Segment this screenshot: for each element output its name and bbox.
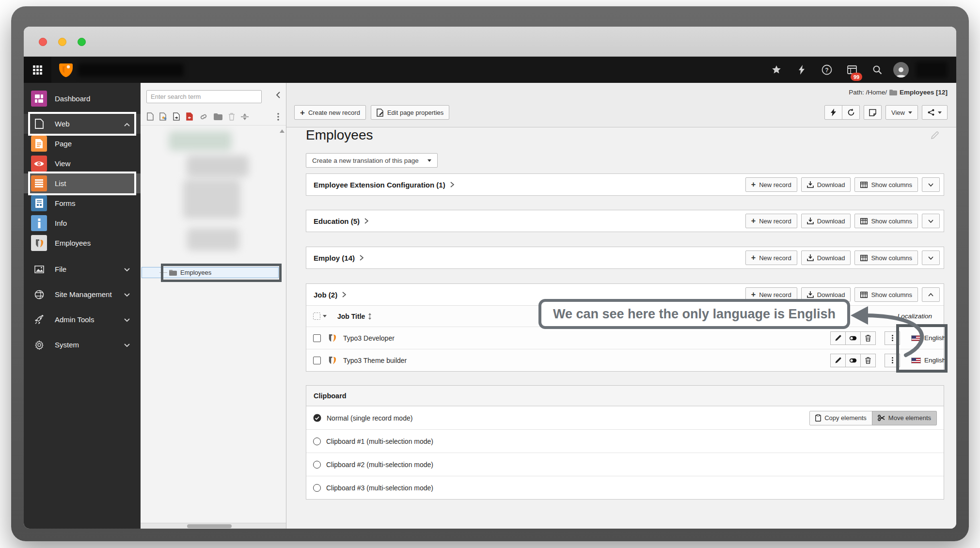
edit-document-icon — [377, 109, 384, 117]
sidebar-item-label: Info — [55, 219, 67, 227]
section-title[interactable]: Education (5) — [314, 217, 360, 225]
row-more-actions-button[interactable] — [885, 354, 900, 367]
row-checkbox[interactable] — [313, 357, 321, 364]
new-record-button[interactable]: +New record — [745, 214, 797, 228]
sort-icon[interactable] — [368, 313, 372, 320]
save-doc-button[interactable] — [864, 105, 882, 120]
create-new-record-button[interactable]: + Create new record — [294, 105, 366, 120]
radio-checked-icon[interactable] — [313, 414, 321, 422]
minimize-window-button[interactable] — [58, 38, 66, 46]
close-window-button[interactable] — [39, 38, 47, 46]
new-record-button[interactable]: +New record — [745, 177, 797, 192]
collapse-tree-icon[interactable] — [276, 92, 280, 100]
trash-icon[interactable] — [228, 113, 235, 121]
tree-node-employees[interactable]: Employees — [142, 267, 279, 278]
show-columns-button[interactable]: Show columns — [854, 287, 918, 302]
expand-section-button[interactable] — [922, 287, 940, 302]
clear-cache-button[interactable] — [792, 60, 811, 79]
kebab-menu-icon[interactable] — [277, 113, 279, 121]
horizontal-scrollbar[interactable] — [141, 523, 286, 529]
hide-record-button[interactable] — [845, 331, 861, 345]
hide-record-button[interactable] — [845, 354, 861, 367]
show-columns-button[interactable]: Show columns — [854, 251, 918, 265]
delete-record-button[interactable] — [860, 354, 876, 367]
collapse-section-button[interactable] — [922, 251, 940, 265]
show-columns-button[interactable]: Show columns — [854, 177, 918, 192]
sidebar-item-list[interactable]: List — [24, 173, 141, 193]
clipboard-icon — [815, 414, 821, 422]
cache-actions-button[interactable] — [824, 105, 842, 120]
download-button[interactable]: Download — [801, 214, 851, 228]
select-all-checkbox[interactable] — [313, 313, 320, 320]
new-record-button[interactable]: +New record — [745, 251, 797, 265]
module-menu-toggle[interactable] — [24, 57, 51, 83]
edit-title-pencil-icon[interactable] — [931, 131, 939, 141]
list-icon — [31, 175, 47, 191]
reload-button[interactable] — [842, 105, 860, 120]
sidebar-item-info[interactable]: Info — [24, 213, 141, 233]
sidebar-item-system[interactable]: System — [24, 335, 141, 355]
new-page-wizard-icon[interactable] — [159, 112, 167, 121]
sidebar-item-admin-tools[interactable]: Admin Tools — [24, 310, 141, 329]
collapse-section-button[interactable] — [922, 214, 940, 228]
download-button[interactable]: Download — [801, 251, 851, 265]
new-mountpoint-icon[interactable] — [186, 112, 193, 121]
view-dropdown-button[interactable]: View — [885, 105, 918, 120]
sidebar-item-employees[interactable]: Employees — [24, 233, 141, 253]
scrollbar-up-arrow[interactable] — [280, 129, 285, 133]
show-columns-button[interactable]: Show columns — [854, 214, 918, 228]
row-more-actions-button[interactable] — [885, 331, 900, 345]
sidebar-item-view[interactable]: View — [24, 154, 141, 173]
help-button[interactable]: ? — [818, 60, 836, 79]
section-title[interactable]: Employee Extension Configuration (1) — [314, 181, 445, 189]
opened-documents-button[interactable]: 99 — [843, 60, 861, 79]
sidebar-item-web[interactable]: Web — [24, 114, 141, 134]
clipboard-mode-label[interactable]: Clipboard #3 (multi-selection mode) — [326, 484, 433, 492]
clipboard-mode-label[interactable]: Normal (single record mode) — [327, 414, 412, 422]
new-page-icon[interactable] — [147, 112, 154, 121]
localization-cell[interactable]: English — [911, 334, 946, 342]
section-title[interactable]: Employ (14) — [314, 254, 355, 262]
translation-select[interactable]: Create a new translation of this page — [306, 153, 438, 168]
search-input[interactable] — [146, 90, 262, 103]
sidebar-item-site-management[interactable]: Site Management — [24, 284, 141, 304]
record-title-link[interactable]: Typo3 Theme builder — [343, 357, 407, 364]
sidebar-item-file[interactable]: File — [24, 259, 141, 279]
radio-unchecked-icon[interactable] — [313, 438, 321, 445]
radio-unchecked-icon[interactable] — [313, 461, 321, 469]
sidebar-item-page[interactable]: Page — [24, 134, 141, 154]
move-elements-button[interactable]: Move elements — [872, 411, 937, 425]
localization-cell[interactable]: English — [911, 357, 946, 364]
sidebar-item-label: Employees — [55, 239, 91, 247]
typo3-record-icon — [328, 333, 337, 343]
caret-down-icon[interactable] — [323, 315, 327, 317]
folder-icon[interactable] — [214, 113, 222, 120]
edit-record-button[interactable] — [830, 331, 846, 345]
user-avatar[interactable] — [893, 62, 909, 78]
filter-icon[interactable] — [241, 113, 249, 120]
link-icon[interactable] — [199, 114, 208, 120]
collapse-section-button[interactable] — [922, 177, 940, 192]
search-button[interactable] — [868, 60, 886, 79]
share-dropdown-button[interactable] — [922, 105, 948, 120]
record-title-link[interactable]: Typo3 Developer — [343, 334, 395, 342]
row-checkbox[interactable] — [313, 334, 321, 342]
new-shortcut-icon[interactable] — [173, 112, 180, 121]
sidebar-item-forms[interactable]: Forms — [24, 193, 141, 213]
chevron-down-icon — [928, 219, 933, 223]
radio-unchecked-icon[interactable] — [313, 484, 321, 492]
sidebar-item-dashboard[interactable]: Dashboard — [24, 89, 141, 109]
scrollbar-thumb[interactable] — [187, 524, 232, 528]
copy-elements-button[interactable]: Copy elements — [809, 411, 872, 425]
clipboard-mode-label[interactable]: Clipboard #1 (multi-selection mode) — [326, 438, 433, 445]
us-flag-icon — [911, 358, 921, 363]
clipboard-mode-label[interactable]: Clipboard #2 (multi-selection mode) — [326, 461, 433, 469]
edit-record-button[interactable] — [830, 354, 846, 367]
delete-record-button[interactable] — [860, 331, 876, 345]
section-title[interactable]: Job (2) — [314, 291, 337, 299]
download-button[interactable]: Download — [801, 177, 851, 192]
bookmarks-button[interactable] — [767, 60, 786, 79]
column-header-job-title[interactable]: Job Title — [337, 313, 365, 320]
zoom-window-button[interactable] — [78, 38, 86, 46]
edit-page-properties-button[interactable]: Edit page properties — [371, 105, 449, 120]
